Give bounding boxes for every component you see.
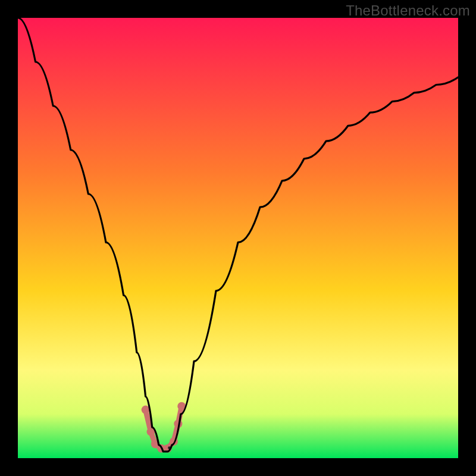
gradient-background (18, 18, 458, 458)
watermark-text: TheBottleneck.com (346, 2, 470, 19)
chart-frame (18, 18, 458, 458)
bottleneck-chart (18, 18, 458, 458)
